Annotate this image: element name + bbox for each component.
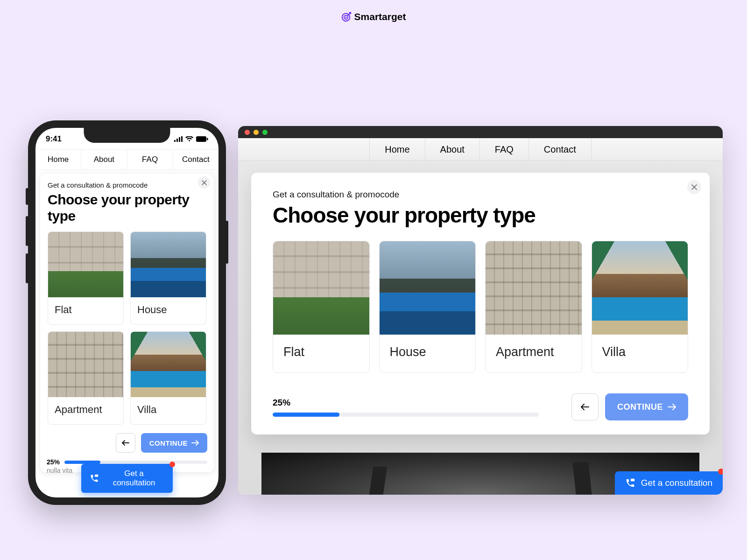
arrow-right-icon <box>191 440 199 446</box>
progress-label: 25% <box>47 458 60 466</box>
arrow-left-icon <box>122 440 129 446</box>
nav-home[interactable]: Home <box>35 150 81 169</box>
window-min-dot[interactable] <box>254 130 259 135</box>
nav-about[interactable]: About <box>81 150 127 169</box>
svg-rect-8 <box>207 138 208 140</box>
phone-call-icon <box>625 478 635 488</box>
modal-title: Choose your property type <box>273 203 688 228</box>
option-image <box>131 332 206 397</box>
browser-titlebar <box>238 126 723 138</box>
back-button[interactable] <box>571 393 599 420</box>
brand-logo: Smartarget <box>341 11 406 22</box>
back-button[interactable] <box>116 433 135 453</box>
svg-rect-5 <box>179 137 180 142</box>
option-flat[interactable]: Flat <box>273 241 370 373</box>
property-modal-desktop: Get a consultation & promocode Choose yo… <box>251 173 710 434</box>
notification-dot <box>169 462 175 467</box>
option-apartment[interactable]: Apartment <box>48 331 124 425</box>
progress-fill <box>64 461 100 464</box>
phone-mockup: 9:41 Home About FAQ Contact <box>28 120 226 505</box>
option-image <box>273 241 369 335</box>
option-image <box>486 241 582 335</box>
phone-nav: Home About FAQ Contact <box>35 149 218 170</box>
close-icon[interactable] <box>198 176 210 189</box>
option-label: Villa <box>131 397 206 424</box>
nav-about[interactable]: About <box>425 138 480 161</box>
cta-label: Get a consultation <box>641 478 712 488</box>
battery-icon <box>196 136 208 142</box>
option-house[interactable]: House <box>379 241 476 373</box>
target-icon <box>341 12 352 22</box>
progress-track <box>273 413 539 417</box>
brand-name: Smartarget <box>354 11 406 22</box>
nav-contact[interactable]: Contact <box>173 150 218 169</box>
option-image <box>380 241 476 335</box>
consultation-cta[interactable]: Get a consultation <box>615 471 723 495</box>
close-icon[interactable] <box>687 180 701 194</box>
nav-contact[interactable]: Contact <box>529 138 592 161</box>
background-hint-text: nulla vita <box>47 467 72 474</box>
option-image <box>48 332 123 397</box>
option-flat[interactable]: Flat <box>48 231 124 325</box>
notification-dot <box>718 469 723 475</box>
nav-faq[interactable]: FAQ <box>480 138 529 161</box>
option-image <box>592 241 688 335</box>
property-modal-mobile: Get a consultation & promocode Choose yo… <box>40 174 214 472</box>
arrow-right-icon <box>668 404 676 410</box>
svg-rect-3 <box>174 140 176 142</box>
progress-fill <box>273 413 339 417</box>
modal-eyebrow: Get a consultation & promocode <box>48 181 206 189</box>
phone-notch <box>84 128 170 143</box>
signal-icon <box>174 136 183 142</box>
window-max-dot[interactable] <box>262 130 268 135</box>
option-villa[interactable]: Villa <box>592 241 689 373</box>
svg-point-2 <box>345 16 346 18</box>
cta-label: Get a consultation <box>104 469 164 488</box>
status-time: 9:41 <box>46 134 62 144</box>
option-house[interactable]: House <box>130 231 206 325</box>
option-image <box>131 232 206 297</box>
consultation-cta[interactable]: Get a consultation <box>81 464 173 493</box>
continue-button[interactable]: CONTINUE <box>141 433 207 453</box>
option-label: Apartment <box>48 397 123 424</box>
browser-mockup: Home About FAQ Contact Get a consultatio… <box>238 126 723 495</box>
option-image <box>48 232 123 297</box>
option-label: Villa <box>592 335 688 372</box>
nav-faq[interactable]: FAQ <box>127 150 173 169</box>
svg-rect-9 <box>95 475 99 477</box>
continue-label: CONTINUE <box>149 439 188 447</box>
option-villa[interactable]: Villa <box>130 331 206 425</box>
brand-bar: Smartarget <box>0 0 747 22</box>
window-close-dot[interactable] <box>245 130 250 135</box>
wifi-icon <box>185 136 193 142</box>
continue-button[interactable]: CONTINUE <box>605 393 688 420</box>
modal-eyebrow: Get a consultation & promocode <box>273 189 688 200</box>
option-label: Flat <box>273 335 369 372</box>
svg-rect-4 <box>176 139 178 142</box>
browser-nav: Home About FAQ Contact <box>238 138 723 161</box>
option-label: House <box>380 335 476 372</box>
svg-rect-6 <box>181 136 183 142</box>
progress-track <box>64 461 207 464</box>
svg-rect-10 <box>631 479 634 482</box>
phone-call-icon <box>90 474 99 483</box>
arrow-left-icon <box>581 404 589 410</box>
option-label: House <box>131 297 206 324</box>
progress-label: 25% <box>273 398 539 408</box>
continue-label: CONTINUE <box>617 402 663 412</box>
option-label: Flat <box>48 297 123 324</box>
modal-title: Choose your property type <box>48 192 206 224</box>
nav-home[interactable]: Home <box>369 138 425 161</box>
option-label: Apartment <box>486 335 582 372</box>
svg-rect-7 <box>196 136 206 142</box>
option-apartment[interactable]: Apartment <box>485 241 582 373</box>
